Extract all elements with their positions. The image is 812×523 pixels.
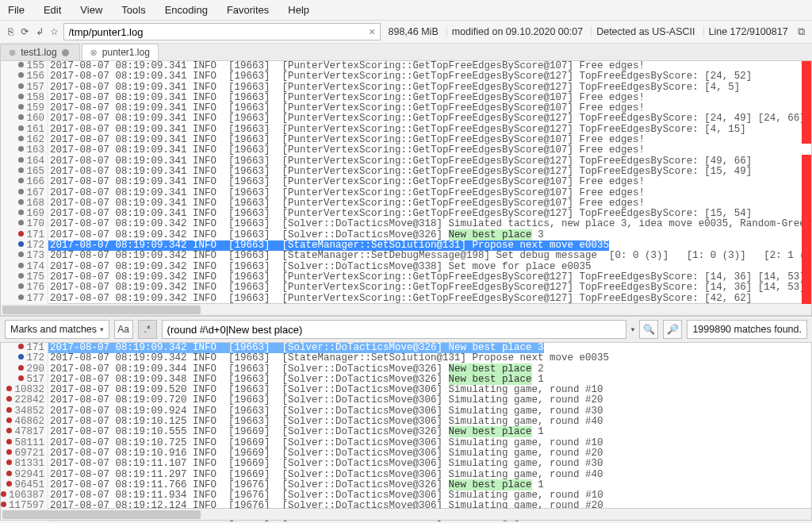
log-pane-main[interactable]: 1552017-08-07 08:19:09.341 INFO [19663] …	[0, 61, 812, 304]
chevron-down-icon[interactable]: ▾	[631, 325, 635, 333]
overview-marker[interactable]	[802, 61, 811, 144]
search-options-button[interactable]: 🔎	[663, 320, 682, 339]
log-row[interactable]: 1602017-08-07 08:19:09.341 INFO [19663] …	[1, 113, 811, 124]
log-row[interactable]: 1752017-08-07 08:19:09.342 INFO [19663] …	[1, 272, 811, 283]
log-row[interactable]: 1592017-08-07 08:19:09.341 INFO [19663] …	[1, 103, 811, 113]
log-row[interactable]: 1552017-08-07 08:19:09.341 INFO [19663] …	[1, 61, 811, 71]
menu-help[interactable]: Help	[288, 4, 309, 16]
marker-dot-icon	[18, 178, 24, 183]
scrollbar-thumb[interactable]	[2, 306, 201, 314]
overview-marker[interactable]	[802, 155, 811, 304]
log-text: 2017-08-07 08:19:09.720 INFO [19663] [So…	[48, 395, 603, 406]
match-highlight: New best place	[449, 426, 532, 437]
menu-view[interactable]: View	[80, 4, 102, 16]
tab-punter1-log[interactable]: ⊗ punter1.log	[82, 44, 159, 60]
log-text: 2017-08-07 08:19:09.348 INFO [19663] [So…	[48, 375, 544, 385]
log-row[interactable]: 1712017-08-07 08:19:09.342 INFO [19663] …	[1, 343, 811, 353]
log-row[interactable]: 1692017-08-07 08:19:09.341 INFO [19663] …	[1, 209, 811, 219]
log-row[interactable]: 1722017-08-07 08:19:09.342 INFO [19663] …	[1, 240, 811, 251]
close-icon[interactable]: ⊗	[9, 48, 16, 58]
log-row[interactable]: 1582017-08-07 08:19:09.341 INFO [19663] …	[1, 93, 811, 103]
wrap-icon[interactable]: ↲	[34, 25, 45, 38]
log-row[interactable]: 929412017-08-07 08:19:11.297 INFO [19669…	[1, 470, 811, 480]
line-number: 170	[1, 219, 48, 229]
horizontal-scrollbar[interactable]	[0, 509, 812, 521]
log-row[interactable]: 1562017-08-07 08:19:09.341 INFO [19663] …	[1, 71, 811, 82]
marker-dot-icon	[6, 428, 12, 433]
log-row[interactable]: 1672017-08-07 08:19:09.341 INFO [19663] …	[1, 188, 811, 198]
log-row[interactable]: 1702017-08-07 08:19:09.342 INFO [19663] …	[1, 219, 811, 229]
log-row[interactable]: 1642017-08-07 08:19:09.341 INFO [19663] …	[1, 156, 811, 167]
line-number: 69721	[1, 448, 48, 459]
log-text: 2017-08-07 08:19:09.341 INFO [19663] [Pu…	[48, 125, 746, 135]
marker-dot-icon	[18, 62, 24, 67]
log-row[interactable]: 1063872017-08-07 08:19:11.934 INFO [1967…	[1, 490, 811, 501]
log-row[interactable]: 2902017-08-07 08:19:09.344 INFO [19663] …	[1, 364, 811, 375]
search-input[interactable]	[162, 320, 626, 339]
log-text: 2017-08-07 08:19:09.341 INFO [19663] [Pu…	[48, 61, 645, 71]
log-text: 2017-08-07 08:19:10.555 INFO [19669] [So…	[48, 427, 544, 437]
line-number: 290	[1, 364, 48, 375]
log-row[interactable]: 1762017-08-07 08:19:09.342 INFO [19663] …	[1, 283, 811, 293]
search-button[interactable]: 🔍	[639, 320, 658, 339]
marker-dot-icon	[18, 210, 24, 215]
menu-favorites[interactable]: Favorites	[227, 4, 269, 16]
marker-dot-icon	[6, 481, 12, 486]
line-number: 172	[1, 240, 48, 251]
log-row[interactable]: 1622017-08-07 08:19:09.341 INFO [19663] …	[1, 135, 811, 145]
popout-icon[interactable]: ⧉	[796, 25, 807, 38]
path-field-wrap: ×	[63, 23, 381, 40]
log-row[interactable]: 1632017-08-07 08:19:09.341 INFO [19663] …	[1, 145, 811, 156]
log-row[interactable]: 964512017-08-07 08:19:11.766 INFO [19676…	[1, 480, 811, 490]
marker-dot-icon	[18, 273, 24, 279]
log-row[interactable]: 1572017-08-07 08:19:09.341 INFO [19663] …	[1, 83, 811, 93]
log-row[interactable]: 1612017-08-07 08:19:09.341 INFO [19663] …	[1, 125, 811, 135]
log-row[interactable]: 1732017-08-07 08:19:09.342 INFO [19663] …	[1, 251, 811, 261]
log-text: 2017-08-07 08:19:09.342 INFO [19663] [So…	[48, 219, 812, 229]
regex-toggle[interactable]: .*	[138, 320, 157, 339]
log-text: 2017-08-07 08:19:09.341 INFO [19663] [Pu…	[48, 103, 645, 113]
log-row[interactable]: 478172017-08-07 08:19:10.555 INFO [19669…	[1, 427, 811, 437]
marker-dot-icon	[18, 365, 24, 371]
chevron-down-icon: ▾	[100, 325, 104, 333]
log-text: 2017-08-07 08:19:09.342 INFO [19663] [So…	[48, 230, 544, 240]
filter-mode-combo[interactable]: Marks and matches ▾	[5, 320, 109, 339]
log-text: 2017-08-07 08:19:09.342 INFO [19663] [Pu…	[48, 283, 812, 293]
path-input[interactable]	[63, 23, 381, 40]
filter-mode-label: Marks and matches	[10, 324, 97, 335]
scrollbar-thumb[interactable]	[2, 510, 201, 519]
line-number: 161	[1, 125, 48, 135]
log-row[interactable]: 1652017-08-07 08:19:09.341 INFO [19663] …	[1, 167, 811, 177]
log-row[interactable]: 468622017-08-07 08:19:10.125 INFO [19663…	[1, 417, 811, 427]
refresh-icon[interactable]: ⟳	[19, 25, 30, 38]
log-row[interactable]: 108322017-08-07 08:19:09.520 INFO [19663…	[1, 385, 811, 395]
log-row[interactable]: 697212017-08-07 08:19:10.916 INFO [19669…	[1, 448, 811, 459]
menu-file[interactable]: File	[8, 4, 25, 16]
menu-edit[interactable]: Edit	[44, 4, 61, 16]
menu-tools[interactable]: Tools	[121, 4, 145, 16]
log-row[interactable]: 1722017-08-07 08:19:09.342 INFO [19663] …	[1, 353, 811, 363]
log-row[interactable]: 228422017-08-07 08:19:09.720 INFO [19663…	[1, 395, 811, 406]
marker-dot-icon	[18, 294, 24, 300]
status-size: 898,46 MiB	[384, 26, 443, 37]
clear-path-icon[interactable]: ×	[369, 25, 375, 38]
log-row[interactable]: 5172017-08-07 08:19:09.348 INFO [19663] …	[1, 375, 811, 385]
case-sensitive-toggle[interactable]: Aa	[114, 320, 133, 339]
copy-icon[interactable]: ⎘	[5, 25, 16, 38]
log-row[interactable]: 813312017-08-07 08:19:11.107 INFO [19669…	[1, 459, 811, 469]
star-icon[interactable]: ☆	[48, 25, 59, 38]
log-row[interactable]: 1662017-08-07 08:19:09.341 INFO [19663] …	[1, 177, 811, 187]
tab-label: punter1.log	[102, 47, 150, 58]
log-row[interactable]: 1772017-08-07 08:19:09.342 INFO [19663] …	[1, 294, 811, 304]
menu-encoding[interactable]: Encoding	[165, 4, 208, 16]
log-row[interactable]: 1682017-08-07 08:19:09.341 INFO [19663] …	[1, 198, 811, 209]
log-pane-matches[interactable]: 1712017-08-07 08:19:09.342 INFO [19663] …	[0, 343, 812, 509]
log-row[interactable]: 1742017-08-07 08:19:09.342 INFO [19663] …	[1, 262, 811, 272]
log-row[interactable]: 1712017-08-07 08:19:09.342 INFO [19663] …	[1, 230, 811, 240]
close-icon[interactable]: ⊗	[90, 48, 98, 58]
log-row[interactable]: 581112017-08-07 08:19:10.725 INFO [19669…	[1, 438, 811, 448]
line-number: 157	[1, 83, 48, 93]
log-row[interactable]: 348522017-08-07 08:19:09.924 INFO [19663…	[1, 406, 811, 417]
tab-test1-log[interactable]: ⊗ test1.log	[0, 44, 80, 60]
horizontal-scrollbar[interactable]	[0, 304, 812, 316]
